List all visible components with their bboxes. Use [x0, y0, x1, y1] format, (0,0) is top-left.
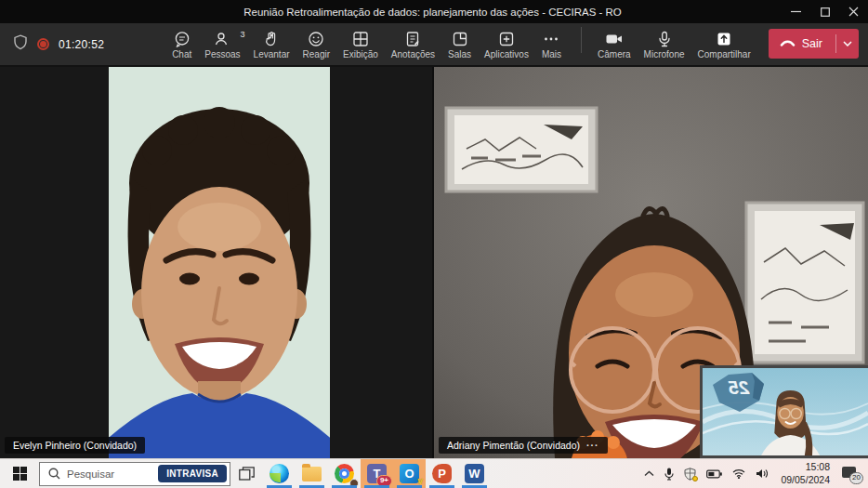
- taskbar-app-edge[interactable]: [263, 459, 296, 488]
- raise-hand-button[interactable]: Levantar: [247, 27, 296, 61]
- intravisa-pill[interactable]: INTRAVISA: [158, 465, 227, 482]
- task-view-button[interactable]: [230, 459, 263, 488]
- selfview-logo: 25: [710, 372, 768, 415]
- minimize-button[interactable]: [782, 0, 810, 23]
- more-label: Mais: [542, 49, 561, 59]
- powerpoint-icon: P: [432, 464, 452, 483]
- view-icon: [352, 31, 369, 47]
- leave-button-group: Sair: [769, 29, 859, 59]
- raise-hand-label: Levantar: [254, 49, 290, 59]
- participant-name: Adriany Pimentão (Convidado): [447, 440, 580, 451]
- react-button[interactable]: Reagir: [296, 27, 336, 61]
- react-label: Reagir: [303, 49, 330, 59]
- meeting-status: 01:20:52: [9, 34, 104, 54]
- chat-button[interactable]: Chat: [165, 27, 198, 61]
- taskbar-app-outlook[interactable]: O v: [393, 459, 426, 488]
- rooms-icon: [452, 31, 468, 47]
- tray-microphone-icon[interactable]: [664, 468, 674, 481]
- more-icon: [543, 31, 559, 47]
- share-icon: [716, 31, 732, 47]
- teams-meeting-window: Reunião Retroalimentação de dados: plane…: [0, 0, 868, 488]
- taskbar-app-powerpoint[interactable]: P: [426, 459, 458, 488]
- people-count-badge: 3: [241, 30, 245, 39]
- apps-label: Aplicativos: [484, 49, 529, 59]
- device-controls: Câmera Microfone Compartilhar: [568, 27, 859, 61]
- rooms-label: Salas: [448, 49, 471, 59]
- participant-more-button[interactable]: ···: [586, 440, 599, 451]
- toolbar-actions: Chat 3 Pessoas Levantar Reagir: [165, 27, 568, 61]
- apps-icon: [498, 31, 515, 47]
- picture-frame-left: [446, 108, 597, 191]
- raise-hand-icon: [263, 31, 280, 47]
- microphone-button[interactable]: Microfone: [638, 27, 691, 61]
- apps-button[interactable]: Aplicativos: [478, 27, 535, 61]
- picture-frame-right: [746, 203, 863, 363]
- meeting-timer: 01:20:52: [59, 38, 104, 51]
- participant-label-evelyn: Evelyn Pinheiro (Convidado): [5, 437, 145, 454]
- tray-chevron-up-icon[interactable]: [644, 470, 654, 477]
- window-title: Reunião Retroalimentação de dados: plane…: [0, 7, 782, 18]
- chat-label: Chat: [172, 49, 191, 59]
- notification-count-badge: 20: [849, 472, 863, 483]
- toolbar-divider: [581, 27, 582, 53]
- outlook-icon: O v: [400, 464, 419, 483]
- hangup-icon: [780, 37, 796, 50]
- file-explorer-icon: [302, 467, 322, 481]
- search-input[interactable]: [67, 468, 151, 480]
- window-controls: [782, 0, 868, 23]
- taskbar-app-teams[interactable]: T 9+: [361, 459, 393, 488]
- tray-clock[interactable]: 15:08 09/05/2024: [778, 461, 830, 485]
- shield-icon[interactable]: [13, 34, 28, 54]
- annotations-button[interactable]: Anotações: [385, 27, 441, 61]
- teams-icon: T 9+: [367, 464, 387, 483]
- windows-taskbar: INTRAVISA T 9+ O v P: [0, 458, 868, 488]
- leave-button[interactable]: Sair: [769, 29, 835, 59]
- react-icon: [308, 31, 324, 47]
- start-button[interactable]: [0, 459, 39, 488]
- recording-indicator-icon: [37, 38, 49, 50]
- tray-date: 09/05/2024: [781, 474, 830, 486]
- teams-notification-badge: 9+: [376, 475, 392, 487]
- rooms-button[interactable]: Salas: [441, 27, 478, 61]
- tray-audio-icon[interactable]: [756, 468, 768, 479]
- tray-defender-shield-icon[interactable]: [684, 468, 696, 481]
- selfview-pip[interactable]: 25: [700, 365, 868, 458]
- outlook-letter: O: [404, 467, 414, 481]
- microphone-label: Microfone: [644, 49, 685, 59]
- people-button[interactable]: 3 Pessoas: [198, 27, 246, 61]
- chevron-down-icon: [843, 41, 852, 46]
- view-button[interactable]: Exibição: [336, 27, 385, 61]
- taskbar-app-word[interactable]: W: [458, 459, 491, 488]
- action-center-button[interactable]: 20: [842, 466, 861, 482]
- word-icon: W: [465, 464, 484, 483]
- people-label: Pessoas: [204, 49, 240, 59]
- task-view-icon: [239, 467, 255, 481]
- annotations-icon: [404, 31, 421, 47]
- powerpoint-letter: P: [438, 467, 446, 481]
- share-button[interactable]: Compartilhar: [691, 27, 757, 61]
- taskbar-search[interactable]: INTRAVISA: [39, 462, 230, 486]
- leave-options-button[interactable]: [836, 29, 859, 59]
- taskbar-app-chrome[interactable]: [328, 459, 361, 488]
- close-button[interactable]: [839, 0, 868, 23]
- leave-label: Sair: [802, 37, 822, 50]
- camera-button[interactable]: Câmera: [591, 27, 638, 61]
- search-icon: [48, 468, 60, 480]
- maximize-button[interactable]: [810, 0, 839, 23]
- defender-alert-badge: [692, 476, 698, 481]
- chrome-profile-badge: [349, 479, 359, 488]
- more-button[interactable]: Mais: [535, 27, 568, 61]
- word-letter: W: [468, 467, 480, 481]
- video-tile-evelyn[interactable]: Evelyn Pinheiro (Convidado): [0, 67, 432, 458]
- outlook-status-badge: v: [417, 476, 423, 486]
- share-label: Compartilhar: [698, 49, 751, 59]
- edge-icon: [270, 464, 289, 483]
- microphone-icon: [656, 31, 673, 47]
- video-stage: Evelyn Pinheiro (Convidado): [0, 67, 868, 458]
- annotations-label: Anotações: [391, 49, 435, 59]
- tray-battery-icon[interactable]: [706, 469, 722, 479]
- evelyn-video: [109, 67, 330, 458]
- taskbar-app-file-explorer[interactable]: [296, 459, 328, 488]
- tray-wifi-icon[interactable]: [732, 468, 745, 479]
- participant-label-adriany: Adriany Pimentão (Convidado) ···: [439, 437, 608, 454]
